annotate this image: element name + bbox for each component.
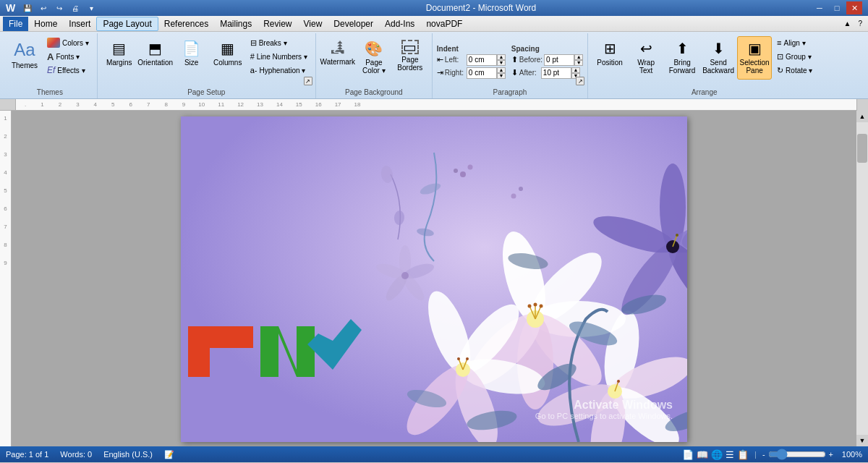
scroll-up-btn[interactable]: ▲ [856, 111, 868, 122]
before-icon: ⬆ [511, 55, 518, 64]
zoom-in-btn[interactable]: + [829, 450, 833, 459]
ribbon-collapse-btn[interactable]: ▲ [841, 18, 854, 29]
scroll-down-btn[interactable]: ▼ [856, 435, 868, 446]
help-btn[interactable]: ? [855, 18, 865, 29]
minimize-btn[interactable]: ─ [812, 1, 827, 14]
fonts-btn[interactable]: A Fonts ▾ [43, 50, 93, 63]
menu-page-layout[interactable]: Page Layout [96, 17, 158, 31]
selection-pane-btn[interactable]: ▣ SelectionPane [737, 36, 772, 80]
menu-mailings[interactable]: Mailings [214, 17, 258, 31]
zoom-out-btn[interactable]: - [762, 450, 765, 459]
zoom-slider[interactable] [768, 451, 826, 457]
effects-btn[interactable]: Ef Effects ▾ [43, 64, 93, 77]
scroll-thumb[interactable] [857, 134, 867, 163]
page-borders-btn[interactable]: ▭ PageBorders [393, 36, 427, 80]
menu-developer[interactable]: Developer [328, 17, 379, 31]
indent-right-label: Right: [445, 69, 465, 77]
menu-insert[interactable]: Insert [63, 17, 96, 31]
ribbon-group-arrange: ⊞ Position ↩ WrapText ⬆ BringForward ⬇ S… [588, 33, 820, 98]
left-icon: ⇤ [437, 55, 443, 64]
spacing-before-down[interactable]: ▼ [574, 60, 583, 66]
zoom-level[interactable]: 100% [836, 450, 862, 459]
view-normal-btn[interactable]: 📄 [682, 449, 694, 460]
status-left: Page: 1 of 1 Words: 0 English (U.S.) 📝 [6, 450, 174, 459]
spacing-before-field: ▲ ▼ [544, 54, 583, 66]
main-area: 1 2 3 4 5 6 7 8 9 [0, 111, 868, 446]
track-changes-icon[interactable]: 📝 [164, 450, 174, 459]
view-reading-btn[interactable]: 📖 [697, 449, 708, 460]
menu-file[interactable]: File [3, 17, 28, 31]
menu-references[interactable]: References [158, 17, 214, 31]
vertical-scrollbar[interactable]: ▲ ▼ [856, 111, 868, 446]
line-numbers-icon: # [250, 52, 255, 61]
undo-qat-btn[interactable]: ↩ [37, 1, 50, 14]
status-right: 📄 📖 🌐 ☰ 📋 | - + 100% [682, 449, 862, 460]
menu-home[interactable]: Home [28, 17, 63, 31]
indent-right-down[interactable]: ▼ [497, 73, 506, 79]
indent-right-input[interactable] [467, 67, 497, 79]
menu-view[interactable]: View [298, 17, 328, 31]
themes-subitems: Colors ▾ A Fonts ▾ Ef Effects ▾ [43, 36, 93, 77]
title-bar: W 💾 ↩ ↪ 🖨 ▾ Document2 - Microsoft Word ─… [0, 0, 868, 16]
tn-logo-svg [181, 268, 369, 384]
page-status: Page: 1 of 1 [6, 450, 48, 459]
indent-left-up[interactable]: ▲ [497, 54, 506, 60]
ruler-row: . 12 34 56 78 910 1112 1314 1516 1718 [0, 99, 868, 111]
position-btn[interactable]: ⊞ Position [592, 36, 627, 80]
paragraph-expand-btn[interactable]: ↗ [576, 77, 584, 85]
menu-review[interactable]: Review [258, 17, 297, 31]
indent-right-field: ▲ ▼ [467, 67, 506, 79]
menu-novapdf[interactable]: novaPDF [420, 17, 468, 31]
view-draft-btn[interactable]: 📋 [737, 449, 749, 460]
document-canvas[interactable]: Activate Windows Go to PC settings to ac… [181, 116, 687, 442]
wrap-text-btn[interactable]: ↩ WrapText [629, 36, 663, 80]
page-setup-expand-btn[interactable]: ↗ [304, 77, 312, 85]
line-numbers-btn[interactable]: # Line Numbers ▾ [247, 50, 311, 63]
themes-label: Themes [12, 61, 38, 69]
indent-left-input[interactable] [467, 54, 497, 66]
rotate-btn[interactable]: ↻ Rotate ▾ [773, 64, 816, 77]
svg-point-52 [676, 234, 678, 237]
breaks-icon: ⊟ [250, 38, 257, 48]
margins-btn[interactable]: ▤ Margins [102, 36, 137, 80]
ribbon-group-themes: Aa Themes Colors ▾ A Fonts ▾ Ef Effects … [3, 33, 98, 98]
bring-forward-btn[interactable]: ⬆ BringForward [665, 36, 699, 80]
indent-right-up[interactable]: ▲ [497, 67, 506, 73]
columns-btn[interactable]: ▦ Columns [210, 36, 245, 80]
redo-qat-btn[interactable]: ↪ [53, 1, 66, 14]
size-label: Size [184, 59, 198, 67]
close-btn[interactable]: ✕ [846, 1, 862, 14]
arrange-subitems: ≡ Align ▾ ⊡ Group ▾ ↻ Rotate ▾ [773, 36, 816, 77]
spacing-before-input[interactable] [544, 54, 574, 66]
spacing-after-up[interactable]: ▲ [571, 67, 580, 73]
send-backward-btn[interactable]: ⬇ SendBackward [701, 36, 736, 80]
colors-btn[interactable]: Colors ▾ [43, 36, 93, 49]
spacing-after-input[interactable] [541, 67, 571, 79]
page-borders-label: PageBorders [397, 56, 422, 72]
view-web-btn[interactable]: 🌐 [711, 449, 723, 460]
indent-left-down[interactable]: ▼ [497, 60, 506, 66]
qat-more-btn[interactable]: ▾ [85, 1, 98, 14]
align-btn[interactable]: ≡ Align ▾ [773, 36, 816, 49]
print-qat-btn[interactable]: 🖨 [69, 1, 82, 14]
themes-btn[interactable]: Aa Themes [7, 36, 42, 80]
size-btn[interactable]: 📄 Size [174, 36, 209, 80]
size-icon: 📄 [182, 40, 200, 57]
page-setup-subitems: ⊟ Breaks ▾ # Line Numbers ▾ a- Hyphenati… [247, 36, 311, 77]
page-color-btn[interactable]: 🎨 PageColor ▾ [357, 36, 391, 80]
view-outline-btn[interactable]: ☰ [726, 449, 734, 460]
spacing-after-row: ⬇ After: ▲ ▼ [511, 67, 583, 79]
v-ruler-marks: 1 2 3 4 5 6 7 8 9 [4, 115, 7, 278]
group-btn[interactable]: ⊡ Group ▾ [773, 50, 816, 63]
language-status: English (U.S.) [103, 450, 153, 459]
menu-add-ins[interactable]: Add-Ins [379, 17, 420, 31]
breaks-btn[interactable]: ⊟ Breaks ▾ [247, 36, 311, 49]
spacing-before-up[interactable]: ▲ [574, 54, 583, 60]
save-qat-btn[interactable]: 💾 [21, 1, 34, 14]
maximize-btn[interactable]: □ [829, 1, 845, 14]
hyphenation-btn[interactable]: a- Hyphenation ▾ [247, 64, 311, 77]
orientation-btn[interactable]: ⬒ Orientation [138, 36, 173, 80]
watermark-btn[interactable]: 🏞 Watermark [320, 36, 355, 80]
ribbon: Aa Themes Colors ▾ A Fonts ▾ Ef Effects … [0, 32, 868, 99]
orientation-icon: ⬒ [148, 40, 162, 57]
